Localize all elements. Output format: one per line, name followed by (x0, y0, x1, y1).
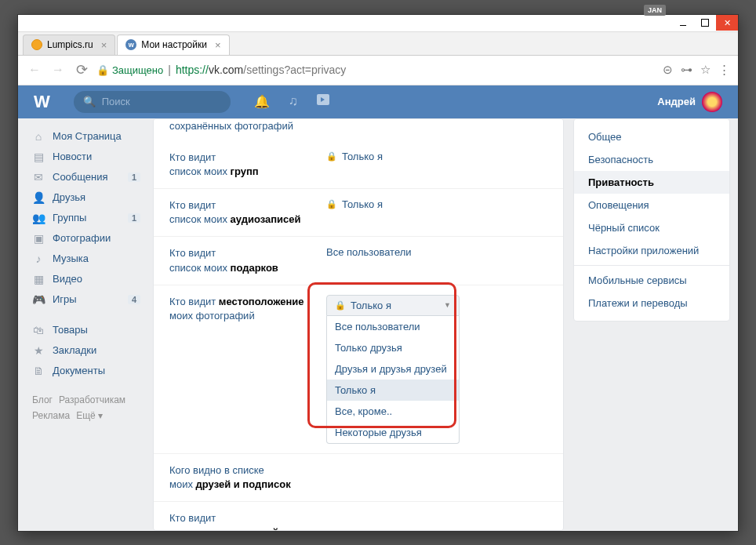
nav-music[interactable]: ♪Музыка (26, 249, 144, 269)
friends-icon: 👤 (32, 191, 45, 204)
setting-row-saved-photos-partial: сохранённых фотографий (154, 119, 563, 141)
header-username: Андрей (657, 96, 696, 107)
settings-tab-notifications[interactable]: Оповещения (574, 194, 729, 216)
badge-count: 1 (128, 173, 140, 182)
messages-icon: ✉ (32, 171, 45, 183)
nav-bookmarks[interactable]: ★Закладки (26, 340, 144, 361)
bag-icon: 🛍 (32, 324, 45, 336)
settings-main-panel: сохранённых фотографий Кто видитсписок м… (153, 118, 564, 531)
setting-row-gifts: Кто видитсписок моих подарков Все пользо… (154, 237, 563, 285)
footer-more[interactable]: Ещё ▾ (76, 410, 103, 421)
setting-value-audio[interactable]: 🔒Только я (326, 198, 383, 210)
dropdown-selected[interactable]: 🔒 Только я ▼ (326, 295, 460, 316)
news-icon: ▤ (32, 151, 45, 163)
tab-label: Lumpics.ru (47, 39, 93, 50)
footer-links: БлогРазработчикам РекламаЕщё ▾ (26, 381, 144, 424)
nav-documents[interactable]: 🗎Документы (26, 361, 144, 381)
nav-messages[interactable]: ✉Сообщения1 (26, 167, 144, 187)
key-icon[interactable]: ⊶ (681, 63, 692, 77)
music-note-icon[interactable]: ♫ (289, 94, 298, 109)
play-icon[interactable] (317, 94, 329, 105)
header-avatar (702, 92, 722, 112)
lock-icon: 🔒 (326, 199, 337, 209)
settings-tab-mobile[interactable]: Мобильные сервисы (574, 269, 729, 292)
tab-close-icon[interactable]: × (101, 39, 107, 51)
lock-icon: 🔒 (326, 151, 337, 162)
setting-value-groups[interactable]: 🔒Только я (326, 151, 383, 162)
vk-favicon: w (125, 39, 136, 50)
header-user-menu[interactable]: Андрей (657, 92, 722, 112)
setting-row-subscriptions: Кого видно в спискемоих друзей и подписо… (154, 454, 563, 502)
settings-tab-payments[interactable]: Платежи и переводы (574, 292, 729, 314)
nav-friends[interactable]: 👤Друзья (26, 187, 144, 208)
incognito-icon[interactable]: ⊝ (663, 63, 673, 77)
settings-tab-general[interactable]: Общее (574, 125, 729, 148)
url-path: /settings?act=privacy (243, 64, 346, 76)
address-bar: ← → ⟳ 🔒 Защищено | https://vk.com/settin… (18, 56, 738, 85)
window-maximize-button[interactable] (694, 15, 716, 31)
settings-tab-security[interactable]: Безопасность (574, 148, 729, 171)
nav-photos[interactable]: ▣Фотографии (26, 228, 144, 249)
badge-count: 1 (128, 213, 140, 223)
bookmark-icon: ★ (32, 344, 45, 357)
nav-forward-button[interactable]: → (49, 61, 67, 78)
dropdown-option-friends[interactable]: Только друзья (327, 337, 459, 358)
nav-games[interactable]: 🎮Игры4 (26, 289, 144, 310)
tab-vk-settings[interactable]: w Мои настройки × (117, 35, 229, 55)
setting-row-audio: Кто видитсписок моих аудиозаписей 🔒Тольк… (154, 189, 563, 237)
nav-news[interactable]: ▤Новости (26, 147, 144, 167)
search-placeholder: Поиск (102, 96, 130, 107)
menu-dots-icon[interactable]: ⋮ (718, 63, 730, 77)
url-protocol: https:// (176, 64, 209, 76)
vk-logo[interactable]: W (34, 92, 50, 112)
url-host: vk.com (209, 64, 243, 76)
badge-count: 4 (128, 295, 140, 304)
footer-blog[interactable]: Блог (32, 394, 53, 405)
setting-row-location: Кто видит местоположениемоих фотографий … (154, 285, 563, 454)
window-titlebar: ✕ (18, 15, 738, 32)
nav-videos[interactable]: ▦Видео (26, 269, 144, 289)
bookmark-star-icon[interactable]: ☆ (700, 63, 711, 77)
url-input[interactable]: 🔒 Защищено | https://vk.com/settings?act… (96, 64, 656, 76)
setting-value-gifts[interactable]: Все пользователи (326, 246, 412, 258)
video-icon: ▦ (32, 273, 45, 285)
tab-lumpics[interactable]: Lumpics.ru × (23, 35, 115, 55)
settings-tab-privacy[interactable]: Приватность (574, 171, 729, 194)
lock-icon: 🔒 Защищено (96, 64, 163, 76)
nav-my-page[interactable]: ⌂Моя Страница (26, 126, 144, 147)
dropdown-option-all[interactable]: Все пользователи (327, 316, 459, 337)
nav-groups[interactable]: 👥Группы1 (26, 208, 144, 228)
nav-back-button[interactable]: ← (26, 61, 43, 78)
dropdown-option-only-me[interactable]: Только я (327, 380, 459, 401)
window-close-button[interactable]: ✕ (716, 15, 738, 31)
dropdown-option-except[interactable]: Все, кроме.. (327, 401, 459, 422)
nav-reload-button[interactable]: ⟳ (73, 61, 90, 78)
browser-tabs: Lumpics.ru × w Мои настройки × (18, 32, 738, 56)
lock-icon: 🔒 (335, 300, 346, 311)
groups-icon: 👥 (32, 212, 45, 224)
settings-tab-blacklist[interactable]: Чёрный список (574, 216, 729, 239)
home-icon: ⌂ (32, 130, 45, 143)
window-minimize-button[interactable] (672, 15, 694, 31)
tab-close-icon[interactable]: × (215, 39, 221, 51)
camera-icon: ▣ (32, 232, 45, 245)
dropdown-option-some[interactable]: Некоторые друзья (327, 422, 459, 443)
music-icon: ♪ (32, 253, 45, 265)
footer-developers[interactable]: Разработчикам (59, 394, 125, 405)
dropdown-menu: Все пользователи Только друзья Друзья и … (326, 316, 460, 444)
vk-header-bar: W 🔍 Поиск 🔔 ♫ Андрей (18, 85, 738, 118)
search-icon: 🔍 (83, 96, 96, 107)
dropdown-option-fof[interactable]: Друзья и друзья друзей (327, 358, 459, 380)
browser-window: ✕ Lumpics.ru × w Мои настройки × ← → ⟳ 🔒… (17, 14, 739, 532)
notifications-bell-icon[interactable]: 🔔 (254, 94, 270, 109)
games-icon: 🎮 (32, 293, 45, 306)
setting-row-hidden-friends: Кто видитмоих скрытых друзей (154, 502, 563, 530)
lumpics-favicon (31, 39, 42, 50)
jan-badge: JAN (644, 5, 666, 16)
footer-ads[interactable]: Реклама (32, 410, 70, 421)
search-input[interactable]: 🔍 Поиск (74, 91, 231, 113)
nav-market[interactable]: 🛍Товары (26, 320, 144, 340)
settings-tab-apps[interactable]: Настройки приложений (574, 239, 729, 262)
location-privacy-dropdown[interactable]: 🔒 Только я ▼ Все пользователи Только дру… (326, 295, 460, 444)
settings-sidebar: Общее Безопасность Приватность Оповещени… (573, 118, 730, 322)
